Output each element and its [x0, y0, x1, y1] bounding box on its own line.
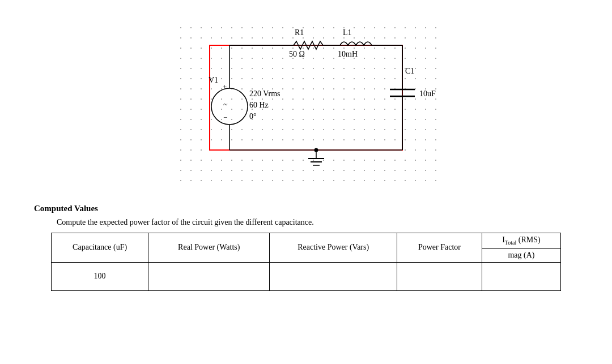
- itotal-header-bottom: mag (A): [482, 249, 560, 262]
- col-real-power-header: Real Power (Watts): [148, 233, 270, 263]
- svg-point-1: [211, 88, 248, 125]
- r1-value: 50 Ω: [289, 50, 305, 58]
- v1-phase: 0°: [249, 112, 257, 121]
- cell-capacitance-1: 100: [52, 262, 148, 290]
- computed-values-section: Computed Values Compute the expected pow…: [17, 198, 595, 297]
- circuit-area: + ~ − V1 220 Vrms 60 Hz 0°: [17, 11, 595, 198]
- computed-values-table: Capacitance (uF) Real Power (Watts) Reac…: [51, 233, 561, 291]
- l1-value: 10mH: [338, 50, 358, 58]
- page: + ~ − V1 220 Vrms 60 Hz 0°: [0, 0, 612, 364]
- computed-values-description: Compute the expected power factor of the…: [57, 218, 578, 227]
- col-reactive-power-header: Reactive Power (Vars): [270, 233, 397, 263]
- computed-values-title: Computed Values: [34, 204, 578, 213]
- itotal-header-top: ITotal (RMS): [482, 233, 560, 249]
- cell-real-power-1: [148, 262, 270, 290]
- table-row: 100: [52, 262, 561, 290]
- itotal-label-rms: (RMS): [516, 235, 540, 244]
- itotal-subscript: Total: [505, 239, 516, 246]
- c1-label: C1: [405, 67, 414, 75]
- v1-label: V1: [209, 76, 218, 84]
- cell-itotal-1: [482, 262, 560, 290]
- col-capacitance-header: Capacitance (uF): [52, 233, 148, 263]
- cell-reactive-power-1: [270, 262, 397, 290]
- circuit-diagram: + ~ − V1 220 Vrms 60 Hz 0°: [176, 23, 436, 181]
- c1-value: 10uF: [419, 89, 436, 98]
- col-itotal-header: ITotal (RMS) mag (A): [482, 233, 560, 263]
- svg-point-21: [314, 148, 318, 152]
- cell-power-factor-1: [397, 262, 482, 290]
- svg-text:+: +: [223, 83, 227, 91]
- col-power-factor-header: Power Factor: [397, 233, 482, 263]
- v1-freq: 60 Hz: [249, 101, 269, 109]
- v1-vrms: 220 Vrms: [249, 89, 280, 98]
- svg-rect-0: [210, 45, 402, 150]
- circuit-svg: + ~ − V1 220 Vrms 60 Hz 0°: [176, 23, 436, 181]
- svg-text:−: −: [223, 113, 227, 122]
- table-container: Capacitance (uF) Real Power (Watts) Reac…: [51, 233, 561, 291]
- table-header-row: Capacitance (uF) Real Power (Watts) Reac…: [52, 233, 561, 263]
- svg-text:~: ~: [223, 101, 228, 109]
- l1-label: L1: [343, 28, 352, 37]
- r1-label: R1: [295, 28, 304, 37]
